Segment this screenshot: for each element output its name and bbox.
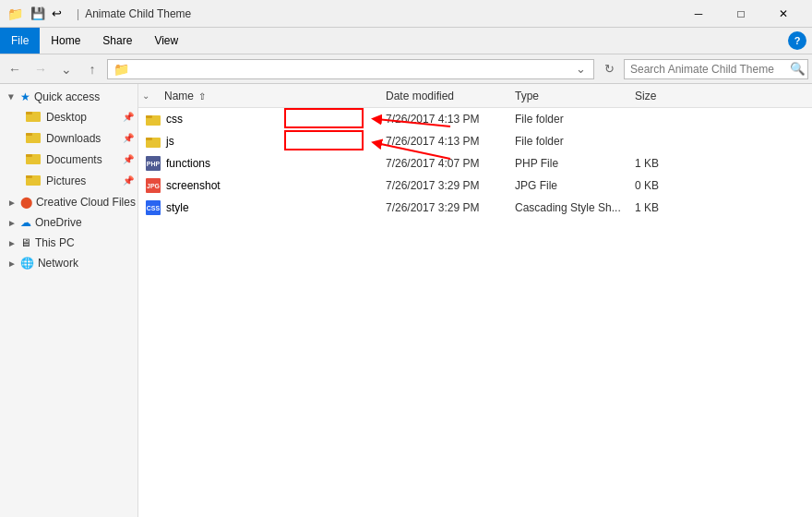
sidebar-section-quick-access: ► ★ Quick access Desktop 📌 Downloads 📌 bbox=[0, 88, 137, 191]
file-list: css 7/26/2017 4:13 PM File folder js 7/2… bbox=[138, 108, 812, 219]
desktop-folder-icon bbox=[26, 109, 41, 125]
sidebar-section-this-pc: ► 🖥 This PC bbox=[0, 234, 137, 252]
pin-downloads-icon: 📌 bbox=[123, 133, 134, 143]
chevron-creative-cloud-icon: ► bbox=[7, 198, 17, 208]
functions-type: PHP File bbox=[515, 157, 635, 170]
back-button[interactable]: ← bbox=[4, 58, 26, 80]
expand-column-btn[interactable]: ⌄ bbox=[138, 84, 153, 107]
sidebar-label-network: Network bbox=[38, 257, 78, 270]
sidebar-group-this-pc[interactable]: ► 🖥 This PC bbox=[0, 234, 137, 252]
pin-pictures-icon: 📌 bbox=[123, 175, 134, 186]
tab-view[interactable]: View bbox=[143, 28, 189, 54]
file-row-screenshot[interactable]: JPG screenshot 7/26/2017 3:29 PM JPG Fil… bbox=[138, 174, 812, 197]
functions-filename: functions bbox=[166, 157, 210, 170]
title-bar-icons: 📁 💾 ↩ bbox=[7, 6, 64, 21]
sidebar-group-quick-access[interactable]: ► ★ Quick access bbox=[0, 88, 137, 106]
maximize-button[interactable]: □ bbox=[720, 0, 762, 28]
svg-rect-11 bbox=[146, 138, 152, 140]
sidebar-item-pictures[interactable]: Pictures 📌 bbox=[0, 170, 137, 191]
sidebar-section-network: ► 🌐 Network bbox=[0, 254, 137, 272]
pictures-folder-icon bbox=[26, 173, 41, 188]
ribbon-tabs: File Home Share View ? bbox=[0, 28, 812, 54]
downloads-folder-icon bbox=[26, 130, 41, 146]
tab-file[interactable]: File bbox=[0, 28, 40, 54]
sidebar-group-creative-cloud[interactable]: ► ⬤ Creative Cloud Files bbox=[0, 193, 137, 211]
undo-btn[interactable]: ↩ bbox=[49, 6, 64, 21]
style-size: 1 KB bbox=[635, 201, 709, 214]
svg-rect-7 bbox=[26, 175, 32, 178]
screenshot-filename: screenshot bbox=[166, 179, 221, 192]
css-folder-icon bbox=[146, 112, 161, 126]
sidebar: ► ★ Quick access Desktop 📌 Downloads 📌 bbox=[0, 84, 138, 517]
style-type: Cascading Style Sh... bbox=[515, 201, 635, 214]
ribbon: File Home Share View ? bbox=[0, 28, 812, 54]
tab-share[interactable]: Share bbox=[91, 28, 143, 54]
sidebar-section-onedrive: ► ☁ OneDrive bbox=[0, 213, 137, 232]
svg-rect-9 bbox=[146, 115, 152, 118]
functions-file-icon: PHP bbox=[146, 156, 161, 171]
minimize-button[interactable]: ─ bbox=[677, 0, 720, 28]
js-date: 7/26/2017 4:13 PM bbox=[386, 135, 515, 148]
sidebar-item-documents[interactable]: Documents 📌 bbox=[0, 149, 137, 170]
svg-rect-3 bbox=[26, 133, 32, 136]
title-bar-title: Animate Child Theme bbox=[85, 7, 191, 20]
sidebar-label-creative-cloud: Creative Cloud Files bbox=[36, 196, 136, 209]
help-button[interactable]: ? bbox=[788, 31, 806, 50]
address-dropdown-button[interactable]: ⌄ bbox=[574, 62, 588, 76]
file-row-js[interactable]: js 7/26/2017 4:13 PM File folder bbox=[138, 130, 812, 152]
style-filename: style bbox=[166, 201, 189, 214]
main-layout: ► ★ Quick access Desktop 📌 Downloads 📌 bbox=[0, 84, 812, 517]
search-input[interactable] bbox=[625, 63, 787, 76]
pin-documents-icon: 📌 bbox=[123, 154, 134, 164]
style-date: 7/26/2017 3:29 PM bbox=[386, 201, 515, 214]
file-area-container: ⌄ Name ⇧ Date modified Type Size bbox=[138, 84, 812, 517]
window-controls: ─ □ ✕ bbox=[677, 0, 805, 28]
address-path[interactable]: 📁 ⌄ bbox=[107, 59, 594, 79]
search-submit-button[interactable]: 🔍 bbox=[787, 59, 807, 79]
column-name-header[interactable]: Name ⇧ bbox=[146, 90, 386, 102]
sidebar-item-downloads-label: Downloads bbox=[46, 132, 101, 145]
recent-locations-button[interactable]: ⌄ bbox=[55, 58, 78, 80]
sidebar-item-documents-label: Documents bbox=[46, 153, 102, 166]
sidebar-item-downloads[interactable]: Downloads 📌 bbox=[0, 127, 137, 149]
svg-rect-1 bbox=[26, 112, 32, 114]
js-type: File folder bbox=[515, 135, 635, 148]
css-type: File folder bbox=[515, 113, 635, 126]
screenshot-type: JPG File bbox=[515, 179, 635, 192]
sidebar-item-desktop[interactable]: Desktop 📌 bbox=[0, 106, 137, 127]
close-button[interactable]: ✕ bbox=[762, 0, 805, 28]
screenshot-file-icon: JPG bbox=[146, 178, 161, 193]
refresh-button[interactable]: ↻ bbox=[598, 58, 620, 80]
sidebar-label-this-pc: This PC bbox=[35, 236, 75, 249]
tab-home[interactable]: Home bbox=[40, 28, 91, 54]
sidebar-group-onedrive[interactable]: ► ☁ OneDrive bbox=[0, 213, 137, 232]
file-row-style[interactable]: CSS style 7/26/2017 3:29 PM Cascading St… bbox=[138, 197, 812, 219]
chevron-quick-access-icon: ► bbox=[6, 92, 17, 102]
save-btn[interactable]: 💾 bbox=[30, 6, 45, 21]
chevron-this-pc-icon: ► bbox=[7, 238, 17, 248]
js-folder-icon bbox=[146, 134, 161, 149]
sidebar-item-desktop-label: Desktop bbox=[46, 111, 87, 124]
sidebar-section-creative-cloud: ► ⬤ Creative Cloud Files bbox=[0, 193, 137, 211]
file-row-css[interactable]: css 7/26/2017 4:13 PM File folder bbox=[138, 108, 812, 130]
file-list-header: ⌄ Name ⇧ Date modified Type Size bbox=[138, 84, 812, 108]
column-size-header[interactable]: Size bbox=[635, 90, 709, 102]
functions-date: 7/26/2017 4:07 PM bbox=[386, 157, 515, 170]
screenshot-date: 7/26/2017 3:29 PM bbox=[386, 179, 515, 192]
title-bar: 📁 💾 ↩ | Animate Child Theme ─ □ ✕ bbox=[0, 0, 812, 28]
css-date: 7/26/2017 4:13 PM bbox=[386, 113, 515, 126]
column-date-header[interactable]: Date modified bbox=[386, 90, 515, 102]
screenshot-size: 0 KB bbox=[635, 179, 709, 192]
up-button[interactable]: ↑ bbox=[81, 58, 103, 80]
file-row-functions[interactable]: PHP functions 7/26/2017 4:07 PM PHP File… bbox=[138, 152, 812, 174]
css-filename: css bbox=[166, 113, 183, 126]
sort-arrow-icon: ⇧ bbox=[198, 91, 206, 102]
chevron-onedrive-icon: ► bbox=[7, 218, 17, 228]
forward-button[interactable]: → bbox=[30, 58, 52, 80]
pin-desktop-icon: 📌 bbox=[123, 112, 134, 122]
functions-size: 1 KB bbox=[635, 157, 709, 170]
sidebar-group-network[interactable]: ► 🌐 Network bbox=[0, 254, 137, 272]
column-type-header[interactable]: Type bbox=[515, 90, 635, 102]
documents-folder-icon bbox=[26, 151, 41, 167]
chevron-network-icon: ► bbox=[7, 258, 17, 269]
